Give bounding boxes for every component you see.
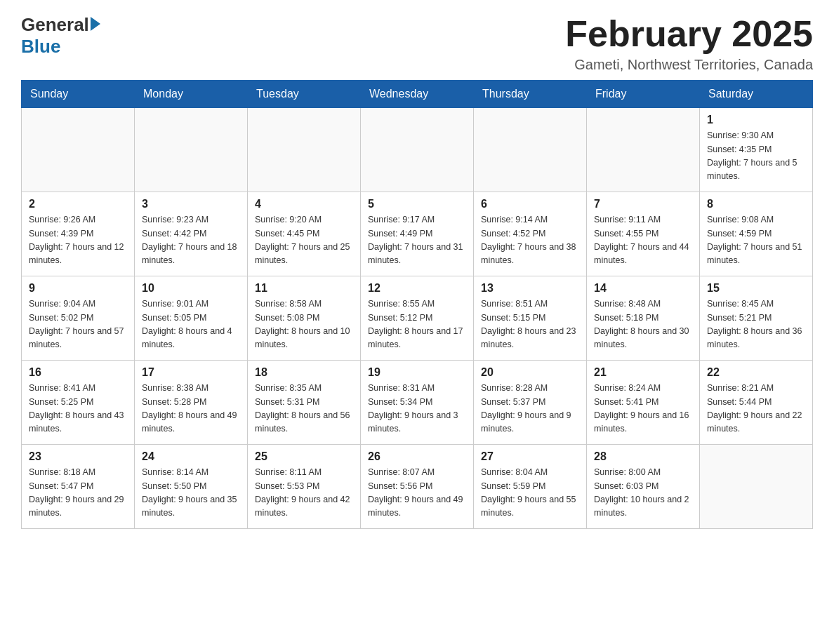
logo: General Blue [21,14,100,58]
calendar-cell: 27Sunrise: 8:04 AMSunset: 5:59 PMDayligh… [474,445,587,529]
calendar-cell: 18Sunrise: 8:35 AMSunset: 5:31 PMDayligh… [248,361,361,445]
calendar-cell: 12Sunrise: 8:55 AMSunset: 5:12 PMDayligh… [361,276,474,361]
calendar-cell: 4Sunrise: 9:20 AMSunset: 4:45 PMDaylight… [248,192,361,276]
calendar-cell: 1Sunrise: 9:30 AMSunset: 4:35 PMDaylight… [700,108,813,192]
calendar-cell: 21Sunrise: 8:24 AMSunset: 5:41 PMDayligh… [587,361,700,445]
title-section: February 2025 Gameti, Northwest Territor… [565,14,813,73]
week-row-5: 23Sunrise: 8:18 AMSunset: 5:47 PMDayligh… [22,445,813,529]
calendar-cell: 22Sunrise: 8:21 AMSunset: 5:44 PMDayligh… [700,361,813,445]
calendar-cell: 28Sunrise: 8:00 AMSunset: 6:03 PMDayligh… [587,445,700,529]
logo-general-text: General [21,14,89,36]
col-thursday: Thursday [474,81,587,108]
calendar-cell [700,445,813,529]
day-info: Sunrise: 9:20 AMSunset: 4:45 PMDaylight:… [255,213,353,268]
col-wednesday: Wednesday [361,81,474,108]
day-info: Sunrise: 8:55 AMSunset: 5:12 PMDaylight:… [368,297,466,352]
calendar-body: 1Sunrise: 9:30 AMSunset: 4:35 PMDaylight… [22,108,813,529]
day-number: 4 [255,198,353,210]
calendar-cell: 23Sunrise: 8:18 AMSunset: 5:47 PMDayligh… [22,445,135,529]
day-number: 14 [594,282,692,295]
logo-arrow-icon [91,17,100,31]
week-row-4: 16Sunrise: 8:41 AMSunset: 5:25 PMDayligh… [22,361,813,445]
calendar-cell: 9Sunrise: 9:04 AMSunset: 5:02 PMDaylight… [22,276,135,361]
calendar-cell: 19Sunrise: 8:31 AMSunset: 5:34 PMDayligh… [361,361,474,445]
day-info: Sunrise: 8:58 AMSunset: 5:08 PMDaylight:… [255,297,353,352]
day-info: Sunrise: 8:38 AMSunset: 5:28 PMDaylight:… [142,382,240,436]
calendar-cell [22,108,135,192]
day-info: Sunrise: 8:48 AMSunset: 5:18 PMDaylight:… [594,297,692,352]
week-row-1: 1Sunrise: 9:30 AMSunset: 4:35 PMDaylight… [22,108,813,192]
day-number: 28 [594,450,692,463]
day-info: Sunrise: 8:11 AMSunset: 5:53 PMDaylight:… [255,466,353,521]
col-tuesday: Tuesday [248,81,361,108]
day-info: Sunrise: 8:14 AMSunset: 5:50 PMDaylight:… [142,466,240,521]
day-number: 6 [481,198,579,210]
calendar-cell [361,108,474,192]
days-of-week-row: Sunday Monday Tuesday Wednesday Thursday… [22,81,813,108]
location-subtitle: Gameti, Northwest Territories, Canada [565,57,813,73]
day-info: Sunrise: 8:41 AMSunset: 5:25 PMDaylight:… [29,382,127,436]
calendar-cell: 26Sunrise: 8:07 AMSunset: 5:56 PMDayligh… [361,445,474,529]
day-number: 23 [29,450,127,463]
day-info: Sunrise: 8:24 AMSunset: 5:41 PMDaylight:… [594,382,692,436]
day-number: 1 [707,114,805,126]
day-info: Sunrise: 9:08 AMSunset: 4:59 PMDaylight:… [707,213,805,268]
day-info: Sunrise: 9:01 AMSunset: 5:05 PMDaylight:… [142,297,240,352]
page-header: General Blue February 2025 Gameti, North… [21,14,813,73]
week-row-2: 2Sunrise: 9:26 AMSunset: 4:39 PMDaylight… [22,192,813,276]
day-number: 24 [142,450,240,463]
calendar-cell: 8Sunrise: 9:08 AMSunset: 4:59 PMDaylight… [700,192,813,276]
day-number: 7 [594,198,692,210]
day-info: Sunrise: 9:11 AMSunset: 4:55 PMDaylight:… [594,213,692,268]
day-info: Sunrise: 8:51 AMSunset: 5:15 PMDaylight:… [481,297,579,352]
day-info: Sunrise: 8:45 AMSunset: 5:21 PMDaylight:… [707,297,805,352]
day-info: Sunrise: 8:07 AMSunset: 5:56 PMDaylight:… [368,466,466,521]
day-number: 9 [29,282,127,295]
day-number: 5 [368,198,466,210]
day-number: 8 [707,198,805,210]
day-number: 26 [368,450,466,463]
day-info: Sunrise: 9:30 AMSunset: 4:35 PMDaylight:… [707,129,805,184]
col-saturday: Saturday [700,81,813,108]
day-info: Sunrise: 9:26 AMSunset: 4:39 PMDaylight:… [29,213,127,268]
calendar-cell: 13Sunrise: 8:51 AMSunset: 5:15 PMDayligh… [474,276,587,361]
day-number: 16 [29,366,127,379]
day-number: 25 [255,450,353,463]
month-title: February 2025 [565,14,813,54]
calendar-cell: 14Sunrise: 8:48 AMSunset: 5:18 PMDayligh… [587,276,700,361]
day-number: 10 [142,282,240,295]
col-monday: Monday [135,81,248,108]
day-info: Sunrise: 8:31 AMSunset: 5:34 PMDaylight:… [368,382,466,436]
calendar-cell: 16Sunrise: 8:41 AMSunset: 5:25 PMDayligh… [22,361,135,445]
col-sunday: Sunday [22,81,135,108]
col-friday: Friday [587,81,700,108]
calendar-cell: 24Sunrise: 8:14 AMSunset: 5:50 PMDayligh… [135,445,248,529]
day-info: Sunrise: 8:00 AMSunset: 6:03 PMDaylight:… [594,466,692,521]
day-number: 12 [368,282,466,295]
calendar-cell: 2Sunrise: 9:26 AMSunset: 4:39 PMDaylight… [22,192,135,276]
day-info: Sunrise: 8:18 AMSunset: 5:47 PMDaylight:… [29,466,127,521]
logo-blue-container [89,20,100,31]
calendar-cell: 25Sunrise: 8:11 AMSunset: 5:53 PMDayligh… [248,445,361,529]
day-info: Sunrise: 8:21 AMSunset: 5:44 PMDaylight:… [707,382,805,436]
day-number: 17 [142,366,240,379]
day-info: Sunrise: 8:04 AMSunset: 5:59 PMDaylight:… [481,466,579,521]
day-number: 13 [481,282,579,295]
day-info: Sunrise: 9:14 AMSunset: 4:52 PMDaylight:… [481,213,579,268]
day-info: Sunrise: 9:04 AMSunset: 5:02 PMDaylight:… [29,297,127,352]
calendar-cell: 10Sunrise: 9:01 AMSunset: 5:05 PMDayligh… [135,276,248,361]
day-number: 19 [368,366,466,379]
day-number: 18 [255,366,353,379]
logo-blue-text: Blue [21,36,60,58]
day-number: 21 [594,366,692,379]
calendar-cell: 15Sunrise: 8:45 AMSunset: 5:21 PMDayligh… [700,276,813,361]
day-number: 11 [255,282,353,295]
day-number: 2 [29,198,127,210]
day-number: 20 [481,366,579,379]
calendar-cell: 17Sunrise: 8:38 AMSunset: 5:28 PMDayligh… [135,361,248,445]
calendar-cell: 20Sunrise: 8:28 AMSunset: 5:37 PMDayligh… [474,361,587,445]
calendar-header: Sunday Monday Tuesday Wednesday Thursday… [22,81,813,108]
day-info: Sunrise: 8:35 AMSunset: 5:31 PMDaylight:… [255,382,353,436]
calendar-cell [587,108,700,192]
day-info: Sunrise: 9:17 AMSunset: 4:49 PMDaylight:… [368,213,466,268]
